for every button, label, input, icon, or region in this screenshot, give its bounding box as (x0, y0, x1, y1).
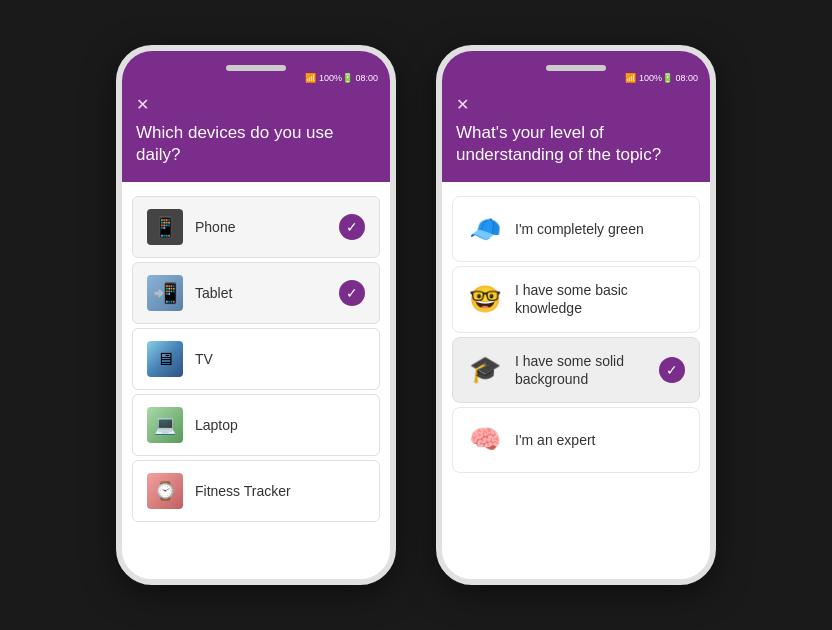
status-bar-1: 📶 100%🔋 08:00 (122, 51, 390, 87)
phone-icon: 📱 (147, 209, 183, 245)
fitness-label: Fitness Tracker (195, 483, 365, 499)
green-label: I'm completely green (515, 220, 685, 238)
close-button-2[interactable]: ✕ (456, 95, 469, 114)
tablet-label: Tablet (195, 285, 339, 301)
device-item-fitness[interactable]: ⌚ Fitness Tracker (132, 460, 380, 522)
solid-icon: 🎓 (467, 352, 503, 388)
device-item-phone[interactable]: 📱 Phone ✓ (132, 196, 380, 258)
device-item-tablet[interactable]: 📲 Tablet ✓ (132, 262, 380, 324)
phone-1-header: ✕ Which devices do you use daily? (122, 87, 390, 182)
solid-label: I have some solid background (515, 352, 659, 388)
phone-1-body: 📱 Phone ✓ 📲 Tablet ✓ 🖥 TV 💻 Laptop (122, 182, 390, 579)
phone-check: ✓ (339, 214, 365, 240)
laptop-label: Laptop (195, 417, 365, 433)
tv-label: TV (195, 351, 365, 367)
expert-label: I'm an expert (515, 431, 685, 449)
close-button-1[interactable]: ✕ (136, 95, 149, 114)
laptop-icon: 💻 (147, 407, 183, 443)
tablet-icon: 📲 (147, 275, 183, 311)
solid-check: ✓ (659, 357, 685, 383)
level-item-solid[interactable]: 🎓 I have some solid background ✓ (452, 337, 700, 403)
device-item-laptop[interactable]: 💻 Laptop (132, 394, 380, 456)
phone-2-header: ✕ What's your level of understanding of … (442, 87, 710, 182)
tv-icon: 🖥 (147, 341, 183, 377)
device-item-tv[interactable]: 🖥 TV (132, 328, 380, 390)
phone-2: 📶 100%🔋 08:00 ✕ What's your level of und… (436, 45, 716, 585)
level-item-expert[interactable]: 🧠 I'm an expert (452, 407, 700, 473)
tablet-check: ✓ (339, 280, 365, 306)
phone-1: 📶 100%🔋 08:00 ✕ Which devices do you use… (116, 45, 396, 585)
status-bar-text-1: 📶 100%🔋 08:00 (305, 73, 378, 83)
status-bar-2: 📶 100%🔋 08:00 (442, 51, 710, 87)
fitness-icon: ⌚ (147, 473, 183, 509)
basic-icon: 🤓 (467, 281, 503, 317)
phone-2-body: 🧢 I'm completely green 🤓 I have some bas… (442, 182, 710, 579)
phone-1-title: Which devices do you use daily? (136, 122, 376, 166)
green-icon: 🧢 (467, 211, 503, 247)
level-item-green[interactable]: 🧢 I'm completely green (452, 196, 700, 262)
basic-label: I have some basic knowledge (515, 281, 685, 317)
level-item-basic[interactable]: 🤓 I have some basic knowledge (452, 266, 700, 332)
expert-icon: 🧠 (467, 422, 503, 458)
phone-2-title: What's your level of understanding of th… (456, 122, 696, 166)
phone-label: Phone (195, 219, 339, 235)
status-bar-text-2: 📶 100%🔋 08:00 (625, 73, 698, 83)
